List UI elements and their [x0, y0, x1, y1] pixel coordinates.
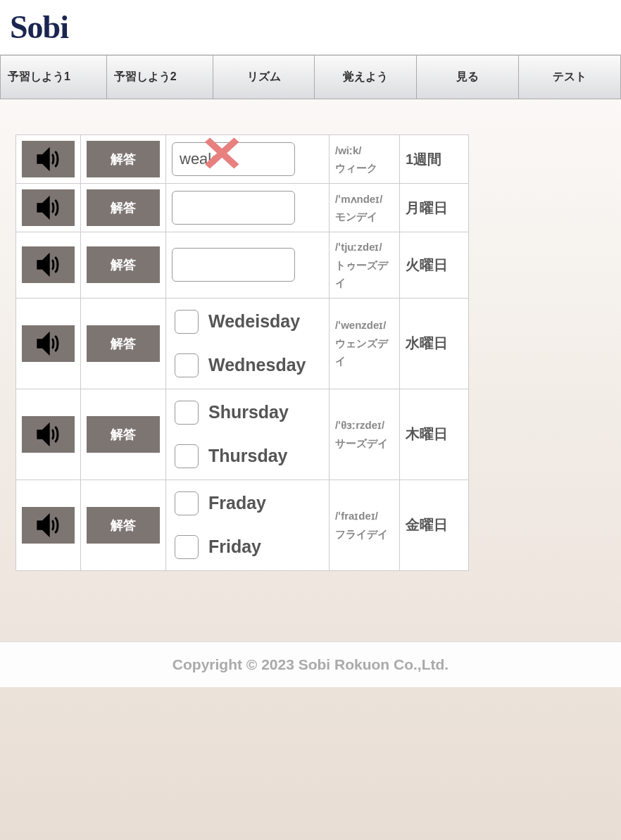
content-area: 解答✕/wiːk/ウィーク1週間 解答/ˈmʌndeɪ/モンデイ月曜日 解答/ˈ… — [0, 99, 621, 641]
table-row: 解答/ˈtjuːzdeɪ/トゥーズデイ火曜日 — [16, 232, 469, 299]
speaker-icon[interactable] — [22, 325, 75, 362]
japanese-meaning: 月曜日 — [400, 184, 469, 232]
choice-option[interactable]: Fraday — [175, 491, 320, 515]
speaker-icon[interactable] — [22, 507, 75, 544]
choice-option[interactable]: Friday — [175, 535, 320, 559]
answer-button[interactable]: 解答 — [87, 246, 160, 283]
choice-option[interactable]: Shursday — [175, 401, 320, 425]
tab-rhythm[interactable]: リズム — [213, 56, 315, 99]
tab-look[interactable]: 見る — [417, 56, 519, 99]
tab-preview2[interactable]: 予習しよう2 — [107, 56, 213, 99]
quiz-table: 解答✕/wiːk/ウィーク1週間 解答/ˈmʌndeɪ/モンデイ月曜日 解答/ˈ… — [15, 134, 469, 571]
answer-button[interactable]: 解答 — [87, 189, 160, 226]
phonetic-text: /ˈwenzdeɪ/ウェンズデイ — [330, 298, 400, 389]
footer-copyright: Copyright © 2023 Sobi Rokuon Co.,Ltd. — [0, 641, 621, 687]
japanese-meaning: 木曜日 — [400, 389, 469, 479]
tab-memorize[interactable]: 覚えよう — [315, 56, 417, 99]
phonetic-text: /ˈmʌndeɪ/モンデイ — [330, 184, 400, 232]
answer-button[interactable]: 解答 — [87, 507, 160, 544]
speaker-icon[interactable] — [22, 246, 75, 283]
choice-option[interactable]: Wednesday — [175, 353, 320, 377]
phonetic-text: /ˈfraɪdeɪ/フライデイ — [330, 479, 400, 570]
table-row: 解答FradayFriday/ˈfraɪdeɪ/フライデイ金曜日 — [16, 479, 469, 570]
table-row: 解答ShursdayThursday/ˈθɜːrzdeɪ/サーズデイ木曜日 — [16, 389, 469, 479]
choice-label: Wednesday — [208, 355, 306, 375]
header: Sobi — [0, 0, 621, 55]
choice-label: Thursday — [208, 446, 288, 466]
choice-label: Shursday — [208, 402, 289, 422]
choice-option[interactable]: Wedeisday — [175, 310, 320, 334]
japanese-meaning: 火曜日 — [400, 232, 469, 299]
answer-button[interactable]: 解答 — [87, 325, 160, 362]
speaker-icon[interactable] — [22, 141, 75, 177]
choice-label: Fraday — [208, 493, 266, 513]
answer-button[interactable]: 解答 — [87, 416, 160, 453]
answer-input[interactable] — [172, 142, 295, 176]
japanese-meaning: 金曜日 — [400, 479, 469, 570]
choice-option[interactable]: Thursday — [175, 444, 320, 468]
answer-input[interactable] — [172, 191, 295, 225]
japanese-meaning: 1週間 — [400, 135, 469, 184]
checkbox[interactable] — [175, 310, 199, 334]
phonetic-text: /ˈθɜːrzdeɪ/サーズデイ — [330, 389, 400, 479]
checkbox[interactable] — [175, 444, 199, 468]
table-row: 解答✕/wiːk/ウィーク1週間 — [16, 135, 469, 184]
checkbox[interactable] — [175, 535, 199, 559]
phonetic-text: /wiːk/ウィーク — [330, 135, 400, 184]
answer-input[interactable] — [172, 248, 295, 282]
site-logo: Sobi — [10, 8, 611, 46]
choice-label: Friday — [208, 537, 261, 557]
table-row: 解答WedeisdayWednesday/ˈwenzdeɪ/ウェンズデイ水曜日 — [16, 298, 469, 389]
checkbox[interactable] — [175, 491, 199, 515]
speaker-icon[interactable] — [22, 416, 75, 453]
table-row: 解答/ˈmʌndeɪ/モンデイ月曜日 — [16, 184, 469, 232]
checkbox[interactable] — [175, 353, 199, 377]
nav-tabs: 予習しよう1 予習しよう2 リズム 覚えよう 見る テスト — [0, 55, 621, 99]
japanese-meaning: 水曜日 — [400, 298, 469, 389]
speaker-icon[interactable] — [22, 189, 75, 226]
checkbox[interactable] — [175, 401, 199, 425]
tab-test[interactable]: テスト — [519, 56, 621, 99]
tab-preview1[interactable]: 予習しよう1 — [0, 56, 107, 99]
answer-button[interactable]: 解答 — [87, 141, 160, 177]
phonetic-text: /ˈtjuːzdeɪ/トゥーズデイ — [330, 232, 400, 299]
choice-label: Wedeisday — [208, 311, 300, 332]
